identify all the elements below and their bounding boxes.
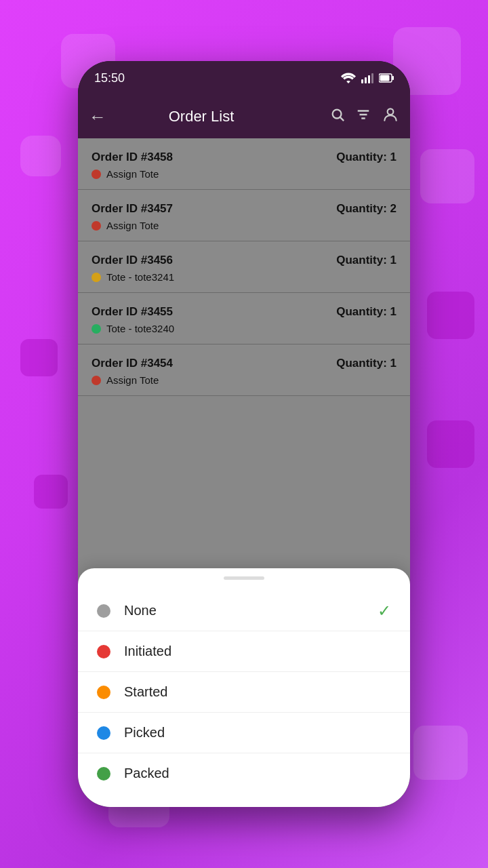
order-quantity: Quantity: 1 [336, 254, 396, 267]
order-id: Order ID #3457 [92, 202, 173, 216]
order-status: Assign Tote [92, 374, 396, 386]
filter-dot [97, 726, 110, 740]
svg-rect-3 [371, 73, 373, 83]
order-item[interactable]: Order ID #3455 Quantity: 1 Tote - tote32… [78, 293, 410, 344]
order-quantity: Quantity: 2 [336, 202, 396, 216]
filter-dot [97, 604, 110, 618]
signal-icon [361, 73, 373, 83]
order-status: Assign Tote [92, 168, 396, 180]
order-item[interactable]: Order ID #3457 Quantity: 2 Assign Tote [78, 190, 410, 241]
order-status: Tote - tote3241 [92, 271, 396, 283]
order-id: Order ID #3454 [92, 357, 173, 370]
svg-line-8 [340, 117, 344, 121]
status-text: Assign Tote [106, 168, 159, 180]
battery-icon [379, 73, 394, 83]
order-quantity: Quantity: 1 [336, 305, 396, 319]
filter-dot [97, 645, 110, 658]
svg-rect-1 [365, 77, 367, 83]
filter-dot [97, 767, 110, 781]
filter-label: Started [124, 684, 167, 700]
status-dot [92, 376, 101, 385]
filter-label: None [124, 603, 157, 618]
order-id: Order ID #3455 [92, 305, 173, 319]
order-id: Order ID #3458 [92, 151, 173, 164]
app-header: ← Order List [78, 95, 410, 138]
status-text: Assign Tote [106, 374, 159, 386]
svg-rect-2 [368, 75, 370, 83]
status-dot [92, 324, 101, 334]
svg-rect-6 [392, 76, 394, 80]
order-list-area: Order ID #3458 Quantity: 1 Assign Tote O… [78, 138, 410, 807]
status-dot [92, 273, 101, 282]
svg-rect-0 [361, 79, 363, 83]
profile-icon[interactable] [382, 106, 399, 127]
status-dot [92, 221, 101, 231]
phone-frame: 15:50 [78, 61, 410, 807]
filter-label: Picked [124, 725, 165, 741]
order-list: Order ID #3458 Quantity: 1 Assign Tote O… [78, 138, 410, 396]
filter-bottom-sheet: None ✓ Initiated Started Picked Packed [78, 568, 410, 807]
filter-option[interactable]: Started [78, 672, 410, 713]
order-quantity: Quantity: 1 [336, 151, 396, 164]
status-text: Tote - tote3241 [106, 271, 174, 283]
status-icons [341, 73, 394, 83]
order-item[interactable]: Order ID #3458 Quantity: 1 Assign Tote [78, 138, 410, 190]
status-bar: 15:50 [78, 61, 410, 95]
status-text: Tote - tote3240 [106, 323, 174, 334]
svg-point-12 [388, 108, 394, 115]
filter-icon[interactable] [356, 107, 371, 126]
status-text: Assign Tote [106, 220, 159, 231]
order-item[interactable]: Order ID #3454 Quantity: 1 Assign Tote [78, 344, 410, 396]
search-icon[interactable] [330, 107, 345, 126]
filter-option[interactable]: Packed [78, 753, 410, 793]
filter-options: None ✓ Initiated Started Picked Packed [78, 591, 410, 793]
status-time: 15:50 [94, 71, 125, 85]
order-status: Tote - tote3240 [92, 323, 396, 334]
filter-label: Initiated [124, 644, 171, 659]
wifi-icon [341, 73, 356, 83]
filter-option[interactable]: Initiated [78, 631, 410, 672]
filter-dot [97, 686, 110, 699]
sheet-handle [224, 576, 264, 580]
filter-option[interactable]: None ✓ [78, 591, 410, 631]
order-id: Order ID #3456 [92, 254, 173, 267]
check-icon: ✓ [378, 601, 391, 620]
order-status: Assign Tote [92, 220, 396, 231]
order-quantity: Quantity: 1 [336, 357, 396, 370]
page-title: Order List [81, 108, 322, 125]
order-item[interactable]: Order ID #3456 Quantity: 1 Tote - tote32… [78, 241, 410, 293]
svg-rect-5 [380, 75, 390, 81]
status-dot [92, 170, 101, 179]
svg-point-7 [333, 110, 342, 119]
filter-label: Packed [124, 766, 169, 781]
filter-option[interactable]: Picked [78, 713, 410, 753]
